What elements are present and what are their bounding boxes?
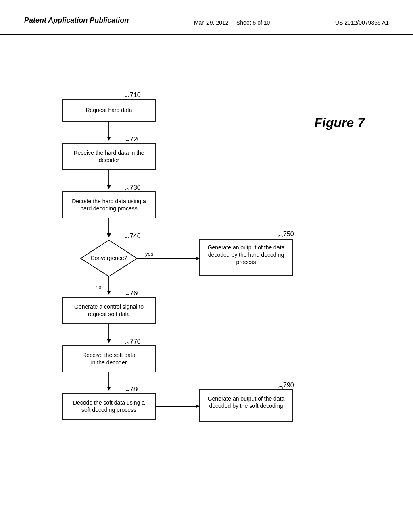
page-header: Patent Application Publication Mar. 29, …: [0, 0, 413, 35]
label-770-1: Receive the soft data: [82, 352, 136, 358]
publication-title: Patent Application Publication: [24, 16, 129, 25]
arrowhead-730-740: [107, 233, 111, 237]
ref-790: 790: [283, 382, 294, 389]
publication-date: Mar. 29, 2012: [194, 19, 229, 26]
ref-770: 770: [130, 338, 141, 345]
arrowhead-740-760: [107, 291, 111, 295]
ref-780: 780: [130, 386, 141, 393]
ref-720: 720: [130, 136, 141, 143]
flowchart-svg: 710 Request hard data 720 Receive the ha…: [0, 35, 413, 518]
header-center: Mar. 29, 2012 Sheet 5 of 10: [194, 16, 270, 26]
label-760-2: request soft data: [88, 311, 130, 317]
label-790-2: decoded by the soft decoding: [209, 403, 283, 409]
label-710: Request hard data: [86, 107, 132, 113]
ref-750: 750: [283, 231, 294, 237]
label-750-1: Generate an output of the data: [208, 244, 285, 251]
ref-710: 710: [130, 91, 141, 98]
yes-label: yes: [145, 251, 154, 257]
arrowhead-770-780: [107, 387, 111, 391]
arrowhead-760-770: [107, 339, 111, 343]
header-left: Patent Application Publication: [24, 16, 129, 25]
ref-730: 730: [130, 184, 141, 191]
arrowhead-720-730: [107, 185, 111, 189]
label-790-1: Generate an output of the data: [208, 395, 285, 402]
label-720-2: decoder: [99, 157, 119, 163]
label-720-1: Receive the hard data in the: [73, 150, 144, 156]
label-750-2: decoded by the hard decoding: [208, 251, 284, 258]
no-label: no: [96, 284, 101, 290]
arrowhead-740-750: [196, 256, 200, 260]
label-760-1: Generate a control signal to: [74, 303, 144, 310]
label-730-1: Decode the hard data using a: [72, 198, 146, 204]
label-750-3: process: [236, 259, 256, 265]
patent-number: US 2012/0079355 A1: [335, 19, 389, 26]
ref-760: 760: [130, 290, 141, 297]
label-780-1: Decode the soft data using a: [73, 399, 145, 406]
sheet-info: Sheet 5 of 10: [236, 19, 270, 26]
label-780-2: soft decoding process: [81, 407, 136, 413]
ref-740: 740: [130, 233, 141, 239]
label-730-2: hard decoding process: [80, 205, 138, 212]
diagram-area: Figure 7 710 Request hard data 720 Recei…: [0, 35, 413, 518]
label-740: Convergence?: [90, 255, 127, 261]
arrowhead-780-790: [196, 404, 200, 408]
header-right: US 2012/0079355 A1: [335, 16, 389, 26]
arrowhead-710-720: [107, 137, 111, 141]
label-770-2: in the decoder: [91, 359, 127, 366]
